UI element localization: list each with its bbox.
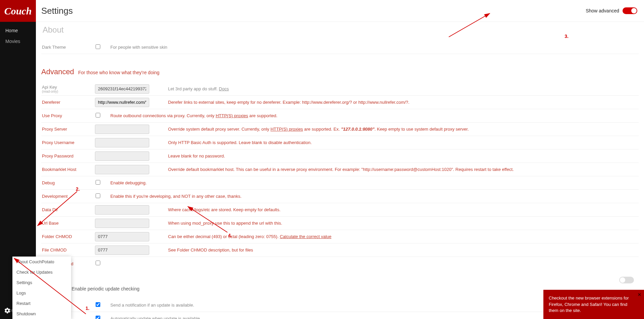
proxy-user-input[interactable] [95, 138, 149, 147]
show-advanced-label: Show advanced [586, 8, 619, 13]
close-icon[interactable]: ✕ [638, 292, 641, 298]
row-development: Development Enable this if you're develo… [41, 190, 639, 203]
proxy-pass-hint: Leave blank for no password. [162, 153, 639, 158]
notification-text: Checkout the new browser extensions for … [549, 295, 629, 313]
sidebar-nav: Home Movies [0, 22, 36, 47]
url-base-hint: When using mod_proxy use this to append … [162, 221, 639, 226]
proxy-server-label: Proxy Server [41, 127, 95, 132]
anno-2: 2. [76, 186, 80, 192]
show-advanced-wrap: Show advanced [586, 7, 637, 14]
data-dir-input[interactable] [95, 205, 149, 215]
page-title: Settings [41, 6, 73, 16]
development-label: Development [41, 194, 95, 199]
prev-section-title: About [41, 22, 639, 35]
apikey-input[interactable] [95, 84, 149, 94]
menu-shutdown[interactable]: Shutdown [12, 309, 71, 319]
row-use-proxy: Use Proxy Route outbound connections via… [41, 109, 639, 123]
row-proxy-server: Proxy Server Override system default pro… [41, 123, 639, 136]
menu-restart[interactable]: Restart [12, 298, 71, 309]
dark-theme-label: Dark Theme [41, 45, 95, 50]
bookmarklet-hint: Override default bookmarklet host. This … [162, 167, 639, 172]
notification-toggle[interactable] [619, 277, 634, 283]
apikey-docs-link[interactable]: Docs [219, 86, 229, 91]
url-base-label: Url Base [41, 221, 95, 226]
debug-hint: Enable debugging. [104, 180, 639, 185]
row-dark-theme: Dark Theme For people with sensitive ski… [41, 41, 639, 54]
run-wizard-checkbox[interactable] [96, 261, 100, 265]
anno-1: 1. [86, 306, 90, 311]
proxies-link-2[interactable]: HTTP(S) proxies [270, 127, 303, 132]
apikey-hint: Let 3rd party app do stuff. Docs [162, 86, 639, 91]
file-chmod-input[interactable] [95, 245, 149, 255]
proxy-server-hint: Override system default proxy server. Cu… [162, 127, 639, 132]
anno-4: 4. [228, 233, 232, 238]
data-dir-hint: Where cache/logs/etc are stored. Keep em… [162, 207, 639, 212]
row-dereferer: Dereferer Derefer links to external site… [41, 96, 639, 109]
gear-menu: About CouchPotato Check for Updates Sett… [12, 257, 71, 319]
notification-box: ✕ Checkout the new browser extensions fo… [543, 290, 644, 319]
row-proxy-pass: Proxy Password Leave blank for no passwo… [41, 149, 639, 163]
debug-checkbox[interactable] [96, 180, 100, 185]
menu-settings[interactable]: Settings [12, 277, 71, 288]
development-hint: Enable this if you're developing, and NO… [104, 194, 639, 199]
row-file-chmod: File CHMOD See Folder CHMOD description,… [41, 243, 639, 257]
main-content: About Dark Theme For people with sensiti… [36, 22, 644, 319]
development-checkbox[interactable] [96, 193, 100, 198]
apikey-label: Api Key(read-only) [41, 85, 95, 93]
data-dir-label: Data Dir [41, 207, 95, 212]
bookmarklet-input[interactable] [95, 165, 149, 174]
menu-check-updates[interactable]: Check for Updates [12, 267, 71, 277]
proxy-pass-label: Proxy Password [41, 153, 95, 158]
row-proxy-user: Proxy Username Only HTTP Basic Auth is s… [41, 136, 639, 149]
dereferer-hint: Derefer links to external sites, keep em… [162, 100, 639, 105]
anno-3: 3. [565, 34, 569, 39]
dark-theme-hint: For people with sensitive skin [104, 45, 639, 50]
row-bookmarklet: Bookmarklet Host Override default bookma… [41, 163, 639, 176]
proxy-user-label: Proxy Username [41, 140, 95, 145]
update-notif-checkbox[interactable] [96, 302, 100, 307]
file-chmod-hint: See Folder CHMOD description, but for fi… [162, 247, 639, 253]
sidebar-item-movies[interactable]: Movies [0, 36, 36, 47]
row-apikey: Api Key(read-only) Let 3rd party app do … [41, 82, 639, 96]
row-data-dir: Data Dir Where cache/logs/etc are stored… [41, 203, 639, 217]
url-base-input[interactable] [95, 219, 149, 228]
menu-logs[interactable]: Logs [12, 288, 71, 298]
row-run-wizard: Run The Wizard [41, 257, 639, 270]
chmod-calc-link[interactable]: Calculate the correct value [280, 234, 331, 239]
logo-text: Couch [4, 5, 32, 17]
debug-label: Debug [41, 180, 95, 185]
use-proxy-label: Use Proxy [41, 113, 95, 118]
header: Settings Show advanced [36, 0, 644, 22]
sidebar-item-home[interactable]: Home [0, 25, 36, 36]
proxies-link[interactable]: HTTP(S) proxies [216, 113, 248, 118]
proxy-server-input[interactable] [95, 125, 149, 134]
advanced-title: Advanced For those who know what they're… [41, 67, 639, 76]
row-folder-chmod: Folder CHMOD Can be either decimal (493)… [41, 230, 639, 243]
folder-chmod-hint: Can be either decimal (493) or octal (le… [162, 234, 639, 239]
logo[interactable]: Couch [0, 0, 36, 22]
proxy-user-hint: Only HTTP Basic Auth is supported. Leave… [162, 140, 639, 145]
file-chmod-label: File CHMOD [41, 247, 95, 253]
dereferer-input[interactable] [95, 98, 149, 107]
folder-chmod-input[interactable] [95, 232, 149, 241]
menu-about[interactable]: About CouchPotato [12, 257, 71, 267]
folder-chmod-label: Folder CHMOD [41, 234, 95, 239]
use-proxy-hint: Route outbound connections via proxy. Cu… [104, 113, 639, 118]
proxy-pass-input[interactable] [95, 151, 149, 161]
row-url-base: Url Base When using mod_proxy use this t… [41, 217, 639, 230]
dark-theme-checkbox[interactable] [96, 44, 100, 49]
use-proxy-checkbox[interactable] [96, 113, 100, 118]
dereferer-label: Dereferer [41, 100, 95, 105]
gear-icon[interactable] [4, 307, 11, 316]
show-advanced-toggle[interactable] [623, 7, 637, 14]
row-debug: Debug Enable debugging. [41, 176, 639, 190]
bookmarklet-label: Bookmarklet Host [41, 167, 95, 172]
advanced-section: Advanced For those who know what they're… [41, 67, 639, 270]
update-auto-checkbox[interactable] [96, 316, 100, 319]
